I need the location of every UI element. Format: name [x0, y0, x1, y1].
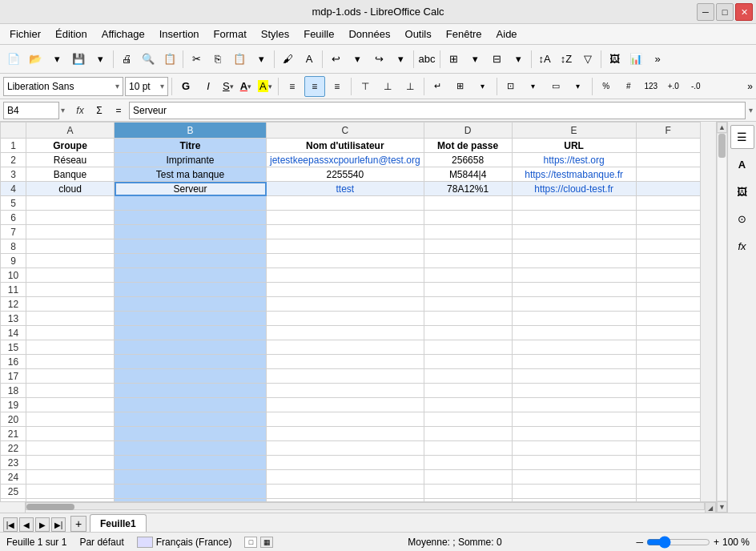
cell-A3[interactable]: Banque [26, 167, 115, 182]
sort-az-btn[interactable]: ↕A [534, 49, 555, 70]
cell-D1[interactable]: Mot de passe [424, 139, 512, 153]
cell-empty-7-1[interactable] [115, 225, 267, 239]
cell-empty-17-4[interactable] [512, 369, 636, 384]
cell-empty-19-2[interactable] [267, 398, 424, 412]
cell-C3[interactable]: 2255540 [267, 167, 424, 182]
cell-empty-26-4[interactable] [512, 499, 636, 502]
add-sheet-btn[interactable]: + [70, 516, 86, 532]
cell-empty-16-2[interactable] [267, 355, 424, 369]
cell-empty-22-0[interactable] [26, 441, 115, 456]
cell-empty-12-3[interactable] [424, 297, 512, 312]
cell-empty-15-2[interactable] [267, 340, 424, 355]
h-scrollbar-thumb[interactable] [26, 504, 74, 510]
border-style-btn[interactable]: ⊡ [501, 76, 521, 97]
cell-empty-7-3[interactable] [424, 225, 512, 239]
menu-insertion[interactable]: Insertion [153, 26, 206, 42]
cell-empty-10-0[interactable] [26, 268, 115, 283]
formula-fx-btn[interactable]: fx [71, 102, 89, 119]
cell-empty-14-2[interactable] [267, 326, 424, 340]
formula-sigma-btn[interactable]: Σ [90, 102, 108, 119]
cell-F3[interactable] [636, 167, 700, 182]
cell-empty-24-0[interactable] [26, 470, 115, 485]
formula-input[interactable] [129, 102, 746, 119]
menu-donnees[interactable]: Données [342, 26, 396, 42]
number-format-btn2[interactable]: # [618, 76, 639, 97]
wrap-text-btn[interactable]: ↵ [428, 76, 448, 97]
insert-table-btn[interactable]: ⊞ [443, 49, 464, 70]
cell-empty-10-2[interactable] [267, 268, 424, 283]
cell-empty-22-1[interactable] [115, 441, 267, 456]
bold-button[interactable]: G [175, 76, 196, 97]
align-left-button[interactable]: ≡ [282, 76, 303, 97]
cell-empty-19-4[interactable] [512, 398, 636, 412]
cell-empty-6-4[interactable] [512, 211, 636, 225]
cell-empty-10-4[interactable] [512, 268, 636, 283]
cell-empty-7-4[interactable] [512, 225, 636, 239]
cell-empty-8-1[interactable] [115, 239, 267, 254]
number-format-btn1[interactable]: % [596, 76, 617, 97]
bg-color-dropdown[interactable]: ▾ [568, 76, 589, 97]
spellcheck-btn[interactable]: abc [416, 49, 437, 70]
cell-C1[interactable]: Nom d'utilisateur [267, 139, 424, 153]
cell-F4[interactable] [636, 182, 700, 196]
cell-empty-21-4[interactable] [512, 427, 636, 441]
cell-empty-24-4[interactable] [512, 470, 636, 485]
cell-empty-26-1[interactable] [115, 499, 267, 502]
cell-empty-19-1[interactable] [115, 398, 267, 412]
open-btn[interactable]: 📂 [25, 49, 46, 70]
col-header-D[interactable]: D [424, 123, 512, 139]
sort-za-btn[interactable]: ↕Z [556, 49, 577, 70]
cell-empty-23-5[interactable] [636, 456, 700, 470]
h-scrollbar-track[interactable] [26, 502, 705, 510]
cell-empty-20-1[interactable] [115, 412, 267, 427]
cell-empty-12-1[interactable] [115, 297, 267, 312]
cell-empty-20-0[interactable] [26, 412, 115, 427]
cell-B1[interactable]: Titre [115, 139, 267, 153]
cell-empty-17-2[interactable] [267, 369, 424, 384]
cell-empty-16-4[interactable] [512, 355, 636, 369]
cell-empty-25-2[interactable] [267, 485, 424, 499]
cell-empty-9-2[interactable] [267, 254, 424, 268]
insert-table-dd[interactable]: ▾ [464, 49, 485, 70]
cell-empty-15-4[interactable] [512, 340, 636, 355]
cell-empty-21-2[interactable] [267, 427, 424, 441]
cell-empty-19-3[interactable] [424, 398, 512, 412]
cell-empty-9-1[interactable] [115, 254, 267, 268]
export-pdf-btn[interactable]: 📋 [159, 49, 180, 70]
cell-empty-11-3[interactable] [424, 283, 512, 297]
cell-empty-23-0[interactable] [26, 456, 115, 470]
cell-empty-21-3[interactable] [424, 427, 512, 441]
cell-empty-12-4[interactable] [512, 297, 636, 312]
save-btn[interactable]: 💾 [68, 49, 89, 70]
cell-empty-9-4[interactable] [512, 254, 636, 268]
cell-empty-6-1[interactable] [115, 211, 267, 225]
scroll-area[interactable]: A B C D E F 1 Groupe Titre Nom d'utilisa… [0, 122, 716, 501]
prev-sheet-btn[interactable]: ◀ [19, 517, 34, 532]
clone-format-btn[interactable]: 🖌 [277, 49, 298, 70]
menu-feuille[interactable]: Feuille [297, 26, 340, 42]
cell-empty-16-0[interactable] [26, 355, 115, 369]
insert-image-btn[interactable]: 🖼 [604, 49, 625, 70]
menu-outils[interactable]: Outils [399, 26, 438, 42]
cell-empty-17-1[interactable] [115, 369, 267, 384]
cell-empty-20-2[interactable] [267, 412, 424, 427]
cell-empty-23-3[interactable] [424, 456, 512, 470]
font-size-select[interactable]: 10 pt ▾ [125, 77, 168, 96]
cell-empty-26-0[interactable] [26, 499, 115, 502]
cell-empty-17-0[interactable] [26, 369, 115, 384]
menu-styles[interactable]: Styles [255, 26, 296, 42]
cell-empty-11-1[interactable] [115, 283, 267, 297]
expand-corner-btn[interactable]: ◢ [705, 502, 716, 513]
maximize-button[interactable]: □ [716, 3, 734, 21]
font-name-select[interactable]: Liberation Sans ▾ [3, 77, 123, 96]
menu-affichage[interactable]: Affichage [95, 26, 151, 42]
cell-E1[interactable]: URL [512, 139, 636, 153]
cell-empty-13-0[interactable] [26, 312, 115, 326]
cell-empty-21-5[interactable] [636, 427, 700, 441]
number-inc-btn[interactable]: -.0 [686, 76, 706, 97]
cell-empty-22-2[interactable] [267, 441, 424, 456]
underline-dropdown[interactable]: S ▾ [220, 76, 236, 97]
cell-empty-16-3[interactable] [424, 355, 512, 369]
cell-B4[interactable]: Serveur [115, 182, 267, 196]
highlight-dropdown[interactable]: A ▾ [255, 76, 275, 97]
